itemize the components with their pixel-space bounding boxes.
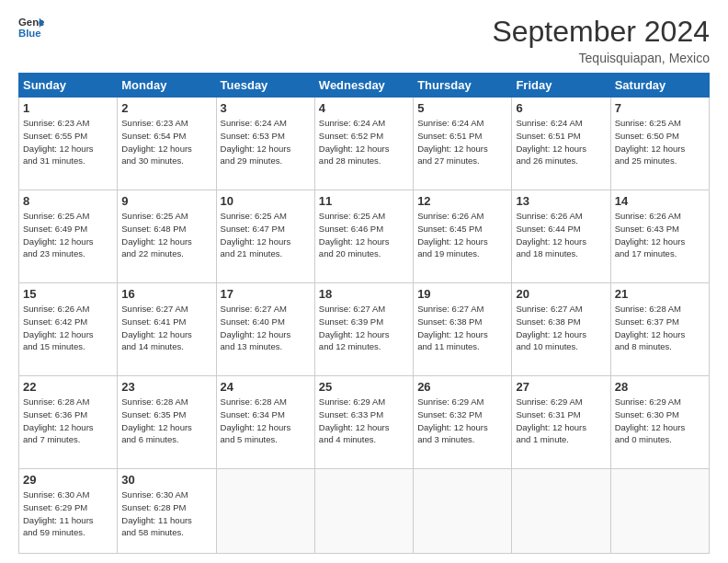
empty-cell [314, 469, 413, 554]
day-cell-15: 15 Sunrise: 6:26 AMSunset: 6:42 PMDaylig… [19, 283, 118, 376]
title-block: September 2024 Tequisquiapan, Mexico [492, 15, 710, 65]
day-number: 27 [516, 380, 606, 394]
week-row-5: 29 Sunrise: 6:30 AMSunset: 6:29 PMDaylig… [19, 469, 710, 554]
day-info: Sunrise: 6:29 AMSunset: 6:33 PMDaylight:… [319, 396, 409, 446]
day-info: Sunrise: 6:24 AMSunset: 6:53 PMDaylight:… [221, 117, 311, 167]
location: Tequisquiapan, Mexico [492, 51, 710, 65]
day-number: 22 [23, 380, 113, 394]
day-number: 7 [615, 101, 705, 115]
day-number: 11 [319, 194, 409, 208]
day-cell-23: 23 Sunrise: 6:28 AMSunset: 6:35 PMDaylig… [118, 376, 216, 469]
day-info: Sunrise: 6:26 AMSunset: 6:44 PMDaylight:… [516, 210, 606, 260]
day-number: 9 [121, 194, 211, 208]
day-number: 25 [319, 380, 409, 394]
day-cell-30: 30 Sunrise: 6:30 AMSunset: 6:28 PMDaylig… [118, 469, 216, 554]
day-cell-6: 6 Sunrise: 6:24 AMSunset: 6:51 PMDayligh… [512, 98, 610, 190]
day-number: 16 [121, 287, 211, 301]
page: General Blue September 2024 Tequisquiapa… [0, 0, 728, 563]
header: General Blue September 2024 Tequisquiapa… [18, 15, 710, 65]
day-cell-16: 16 Sunrise: 6:27 AMSunset: 6:41 PMDaylig… [118, 283, 216, 376]
empty-cell [414, 469, 512, 554]
col-monday: Monday [118, 74, 216, 98]
logo-icon: General Blue [18, 15, 44, 40]
day-cell-5: 5 Sunrise: 6:24 AMSunset: 6:51 PMDayligh… [414, 98, 512, 190]
col-tuesday: Tuesday [216, 74, 314, 98]
day-info: Sunrise: 6:28 AMSunset: 6:36 PMDaylight:… [23, 396, 113, 446]
day-info: Sunrise: 6:27 AMSunset: 6:39 PMDaylight:… [319, 303, 409, 353]
day-cell-19: 19 Sunrise: 6:27 AMSunset: 6:38 PMDaylig… [414, 283, 512, 376]
empty-cell [216, 469, 314, 554]
day-number: 6 [516, 101, 606, 115]
day-number: 1 [23, 101, 113, 115]
day-number: 14 [615, 194, 705, 208]
col-wednesday: Wednesday [314, 74, 413, 98]
day-cell-12: 12 Sunrise: 6:26 AMSunset: 6:45 PMDaylig… [414, 190, 512, 283]
day-info: Sunrise: 6:29 AMSunset: 6:31 PMDaylight:… [516, 396, 606, 446]
day-info: Sunrise: 6:27 AMSunset: 6:41 PMDaylight:… [121, 303, 211, 353]
day-cell-21: 21 Sunrise: 6:28 AMSunset: 6:37 PMDaylig… [610, 283, 709, 376]
day-info: Sunrise: 6:23 AMSunset: 6:54 PMDaylight:… [121, 117, 211, 167]
day-cell-1: 1 Sunrise: 6:23 AMSunset: 6:55 PMDayligh… [19, 98, 118, 190]
empty-cell [512, 469, 610, 554]
day-info: Sunrise: 6:24 AMSunset: 6:51 PMDaylight:… [417, 117, 507, 167]
day-number: 2 [121, 101, 211, 115]
calendar-header-row: Sunday Monday Tuesday Wednesday Thursday… [19, 74, 710, 98]
day-info: Sunrise: 6:26 AMSunset: 6:42 PMDaylight:… [23, 303, 113, 353]
day-cell-4: 4 Sunrise: 6:24 AMSunset: 6:52 PMDayligh… [314, 98, 413, 190]
day-info: Sunrise: 6:25 AMSunset: 6:48 PMDaylight:… [121, 210, 211, 260]
day-info: Sunrise: 6:26 AMSunset: 6:43 PMDaylight:… [615, 210, 705, 260]
col-friday: Friday [512, 74, 610, 98]
day-cell-20: 20 Sunrise: 6:27 AMSunset: 6:38 PMDaylig… [512, 283, 610, 376]
day-cell-3: 3 Sunrise: 6:24 AMSunset: 6:53 PMDayligh… [216, 98, 314, 190]
day-info: Sunrise: 6:23 AMSunset: 6:55 PMDaylight:… [23, 117, 113, 167]
day-info: Sunrise: 6:26 AMSunset: 6:45 PMDaylight:… [417, 210, 507, 260]
day-info: Sunrise: 6:29 AMSunset: 6:32 PMDaylight:… [417, 396, 507, 446]
day-number: 20 [516, 287, 606, 301]
day-cell-10: 10 Sunrise: 6:25 AMSunset: 6:47 PMDaylig… [216, 190, 314, 283]
day-cell-24: 24 Sunrise: 6:28 AMSunset: 6:34 PMDaylig… [216, 376, 314, 469]
week-row-2: 8 Sunrise: 6:25 AMSunset: 6:49 PMDayligh… [19, 190, 710, 283]
day-cell-22: 22 Sunrise: 6:28 AMSunset: 6:36 PMDaylig… [19, 376, 118, 469]
day-number: 30 [121, 473, 211, 487]
day-number: 15 [23, 287, 113, 301]
day-number: 4 [319, 101, 409, 115]
day-number: 19 [417, 287, 507, 301]
day-cell-17: 17 Sunrise: 6:27 AMSunset: 6:40 PMDaylig… [216, 283, 314, 376]
month-title: September 2024 [492, 15, 710, 49]
week-row-3: 15 Sunrise: 6:26 AMSunset: 6:42 PMDaylig… [19, 283, 710, 376]
day-cell-25: 25 Sunrise: 6:29 AMSunset: 6:33 PMDaylig… [314, 376, 413, 469]
day-number: 3 [221, 101, 311, 115]
day-number: 13 [516, 194, 606, 208]
col-sunday: Sunday [19, 74, 118, 98]
day-cell-18: 18 Sunrise: 6:27 AMSunset: 6:39 PMDaylig… [314, 283, 413, 376]
day-cell-11: 11 Sunrise: 6:25 AMSunset: 6:46 PMDaylig… [314, 190, 413, 283]
day-number: 17 [221, 287, 311, 301]
day-number: 10 [221, 194, 311, 208]
day-info: Sunrise: 6:27 AMSunset: 6:38 PMDaylight:… [417, 303, 507, 353]
day-number: 18 [319, 287, 409, 301]
day-number: 28 [615, 380, 705, 394]
day-info: Sunrise: 6:25 AMSunset: 6:47 PMDaylight:… [221, 210, 311, 260]
day-cell-28: 28 Sunrise: 6:29 AMSunset: 6:30 PMDaylig… [610, 376, 709, 469]
col-saturday: Saturday [610, 74, 709, 98]
logo: General Blue [18, 15, 44, 40]
col-thursday: Thursday [414, 74, 512, 98]
day-number: 21 [615, 287, 705, 301]
day-cell-9: 9 Sunrise: 6:25 AMSunset: 6:48 PMDayligh… [118, 190, 216, 283]
week-row-4: 22 Sunrise: 6:28 AMSunset: 6:36 PMDaylig… [19, 376, 710, 469]
calendar-table: Sunday Monday Tuesday Wednesday Thursday… [18, 73, 710, 554]
day-cell-2: 2 Sunrise: 6:23 AMSunset: 6:54 PMDayligh… [118, 98, 216, 190]
day-cell-26: 26 Sunrise: 6:29 AMSunset: 6:32 PMDaylig… [414, 376, 512, 469]
day-number: 23 [121, 380, 211, 394]
day-number: 26 [417, 380, 507, 394]
day-cell-8: 8 Sunrise: 6:25 AMSunset: 6:49 PMDayligh… [19, 190, 118, 283]
day-cell-14: 14 Sunrise: 6:26 AMSunset: 6:43 PMDaylig… [610, 190, 709, 283]
day-info: Sunrise: 6:27 AMSunset: 6:40 PMDaylight:… [221, 303, 311, 353]
day-number: 5 [417, 101, 507, 115]
day-number: 8 [23, 194, 113, 208]
day-cell-29: 29 Sunrise: 6:30 AMSunset: 6:29 PMDaylig… [19, 469, 118, 554]
day-info: Sunrise: 6:27 AMSunset: 6:38 PMDaylight:… [516, 303, 606, 353]
day-info: Sunrise: 6:29 AMSunset: 6:30 PMDaylight:… [615, 396, 705, 446]
day-info: Sunrise: 6:28 AMSunset: 6:37 PMDaylight:… [615, 303, 705, 353]
day-info: Sunrise: 6:30 AMSunset: 6:28 PMDaylight:… [121, 488, 211, 539]
